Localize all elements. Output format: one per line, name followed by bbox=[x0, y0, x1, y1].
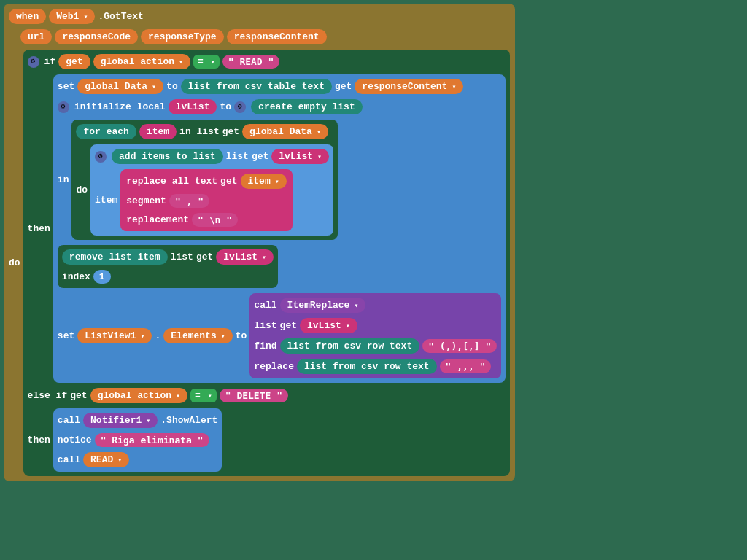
list-from-csv-row-label-2: list from csv row text bbox=[304, 361, 430, 372]
else-if-label: else if bbox=[28, 390, 68, 401]
call-list-row: list get lvList ▾ bbox=[254, 318, 497, 333]
item-replace-block[interactable]: ItemReplace ▾ bbox=[280, 298, 366, 313]
item-dropdown[interactable]: ▾ bbox=[275, 177, 279, 186]
then2-container: call Notifier1 ▾ .ShowAlert bbox=[53, 408, 222, 472]
replace-all-text-row: replace all text get item ▾ bbox=[126, 174, 286, 189]
do-inner-row: do ⚙ bbox=[76, 144, 333, 236]
notice-label: notice bbox=[58, 435, 92, 446]
index-val: 1 bbox=[93, 270, 111, 284]
read-string: " READ " bbox=[222, 55, 280, 69]
for-each-global-data-label: global Data bbox=[249, 126, 312, 137]
item-replace-dropdown[interactable]: ▾ bbox=[354, 301, 358, 310]
lvlist-var-label: lvList bbox=[176, 101, 210, 112]
add-items-label: add items to list bbox=[119, 151, 216, 162]
global-data-label: global Data bbox=[85, 81, 147, 92]
gear-icon-4[interactable]: ⚙ bbox=[95, 151, 107, 163]
global-data-block[interactable]: global Data ▾ bbox=[77, 79, 163, 94]
elements-label: Elements bbox=[171, 330, 216, 341]
listview-block[interactable]: ListView1 ▾ bbox=[77, 328, 152, 343]
gear-icon[interactable]: ⚙ bbox=[28, 56, 39, 68]
call-read-row: call READ ▾ bbox=[58, 452, 217, 467]
elements-block[interactable]: Elements ▾ bbox=[163, 328, 232, 343]
list-from-csv-row-label: list from csv row text bbox=[287, 341, 413, 351]
then-outer-row: then set global Data ▾ bbox=[28, 74, 506, 383]
get-label-1: get bbox=[58, 54, 90, 69]
read-dropdown[interactable]: ▾ bbox=[117, 456, 122, 464]
call-lvlist-block[interactable]: lvList ▾ bbox=[300, 318, 357, 333]
web1-dropdown-icon[interactable]: ▾ bbox=[83, 12, 88, 21]
when-label: when bbox=[16, 11, 39, 22]
call-find-label: find bbox=[254, 341, 276, 351]
set-global-data-row: set global Data ▾ to list from csv ta bbox=[58, 79, 501, 94]
notifier-block[interactable]: Notifier1 ▾ bbox=[83, 413, 158, 428]
web1-block[interactable]: Web1 ▾ bbox=[49, 9, 95, 24]
notifier-dropdown[interactable]: ▾ bbox=[146, 416, 150, 425]
listview-dropdown[interactable]: ▾ bbox=[140, 332, 144, 341]
gottext-label: .GotText bbox=[98, 11, 143, 22]
lvlist-dropdown[interactable]: ▾ bbox=[317, 152, 322, 161]
replace-all-text-container: replace all text get item ▾ bbox=[120, 169, 292, 231]
call-label: call bbox=[254, 300, 276, 311]
global-action-dropdown[interactable]: ▾ bbox=[179, 58, 183, 66]
replacement-val: " \n " bbox=[192, 213, 238, 227]
call-itemreplace-container: call ItemReplace ▾ bbox=[249, 293, 501, 378]
in-label: in bbox=[58, 174, 69, 185]
segment-val: " , " bbox=[169, 194, 209, 208]
lvlist-var-block: lvList bbox=[169, 99, 217, 114]
list-label-2: list bbox=[171, 252, 193, 262]
if-container: ⚙ if get global action ▾ bbox=[23, 50, 511, 476]
add-items-row: ⚙ add items to list list g bbox=[95, 149, 329, 164]
else-if-get-label: get bbox=[70, 390, 87, 401]
item-label: item bbox=[147, 126, 169, 137]
lvlist-get-label: lvList bbox=[279, 151, 313, 162]
item-get-block[interactable]: item ▾ bbox=[241, 174, 287, 189]
web1-label: Web1 bbox=[56, 11, 79, 22]
set-label: set bbox=[58, 81, 74, 92]
remove-list-container: remove list item list get lvList bbox=[58, 245, 278, 288]
global-action-block[interactable]: global action ▾ bbox=[93, 54, 190, 69]
eq-block: = ▾ bbox=[193, 55, 220, 69]
call-label-2: call bbox=[58, 415, 80, 426]
global-data-dropdown[interactable]: ▾ bbox=[152, 82, 156, 91]
gear-icon-3[interactable]: ⚙ bbox=[234, 101, 246, 113]
then-label: then bbox=[28, 223, 50, 234]
notice-row: notice " Riga eliminata " bbox=[58, 433, 217, 447]
list-from-csv-label: list from csv table text bbox=[188, 81, 325, 92]
for-each-dropdown[interactable]: ▾ bbox=[317, 128, 321, 136]
lvlist-block-2[interactable]: lvList ▾ bbox=[216, 249, 274, 265]
call-notifier-row: call Notifier1 ▾ .ShowAlert bbox=[58, 413, 217, 428]
then-container: set global Data ▾ to list from csv ta bbox=[53, 74, 506, 383]
param-response-content: responseContent bbox=[227, 29, 327, 44]
response-content-block[interactable]: responseContent ▾ bbox=[355, 79, 463, 94]
call-lvlist-dropdown[interactable]: ▾ bbox=[346, 322, 350, 330]
for-each-global-data[interactable]: global Data ▾ bbox=[242, 124, 328, 139]
read-block[interactable]: READ ▾ bbox=[83, 452, 129, 467]
list-from-csv-block: list from csv table text bbox=[181, 79, 332, 94]
listview-label: ListView1 bbox=[85, 330, 136, 341]
lvlist-get-block[interactable]: lvList ▾ bbox=[271, 149, 329, 164]
when-row: when Web1 ▾ .GotText bbox=[9, 9, 510, 24]
lvlist-label-2: lvList bbox=[223, 252, 258, 262]
lvlist-dropdown-2[interactable]: ▾ bbox=[262, 253, 266, 262]
index-row: index 1 bbox=[62, 270, 274, 284]
else-if-global-action[interactable]: global action ▾ bbox=[90, 388, 187, 403]
gear-icon-2[interactable]: ⚙ bbox=[58, 101, 69, 113]
if-label: if bbox=[44, 56, 56, 67]
do-inner-label: do bbox=[76, 184, 88, 195]
else-if-global-action-dropdown[interactable]: ▾ bbox=[176, 392, 180, 400]
param-response-code: responseCode bbox=[55, 29, 138, 44]
call-label-3: call bbox=[58, 454, 80, 465]
call-get-label: get bbox=[280, 320, 297, 331]
response-content-dropdown[interactable]: ▾ bbox=[452, 82, 456, 91]
to-label-3: to bbox=[236, 330, 247, 341]
param-response-type: responseType bbox=[141, 29, 224, 44]
call-itemreplace-row: call ItemReplace ▾ bbox=[254, 298, 497, 313]
index-label: index bbox=[62, 271, 90, 282]
set-label-2: set bbox=[58, 330, 74, 341]
in-list-label: in list bbox=[179, 126, 220, 137]
delete-string: " DELETE " bbox=[220, 389, 288, 402]
elements-dropdown[interactable]: ▾ bbox=[221, 332, 225, 341]
read-label: READ bbox=[90, 454, 113, 465]
list-label-1: list bbox=[226, 151, 249, 162]
get-label-5: get bbox=[220, 176, 237, 187]
